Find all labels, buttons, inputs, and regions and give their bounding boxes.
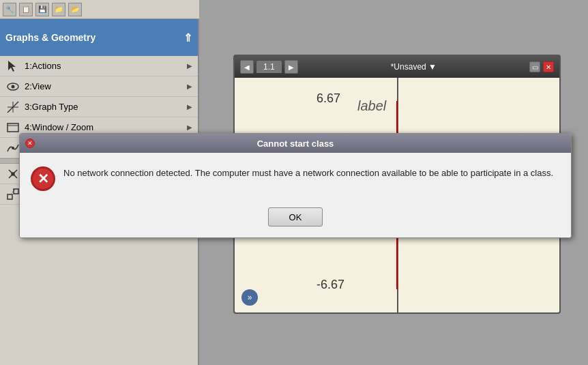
ok-button[interactable]: OK bbox=[268, 207, 323, 227]
dialog-titlebar: ✕ Cannot start class bbox=[20, 134, 571, 153]
error-dialog: ✕ Cannot start class ✕ No network connec… bbox=[19, 133, 572, 238]
dialog-overlay: ✕ Cannot start class ✕ No network connec… bbox=[0, 0, 588, 365]
dialog-close-button[interactable]: ✕ bbox=[25, 138, 35, 148]
dialog-footer: OK bbox=[20, 202, 571, 237]
dialog-title: Cannot start class bbox=[20, 138, 571, 149]
dialog-message: No network connection detected. The comp… bbox=[63, 166, 560, 180]
dialog-body: ✕ No network connection detected. The co… bbox=[20, 153, 571, 202]
error-icon: ✕ bbox=[31, 166, 55, 191]
